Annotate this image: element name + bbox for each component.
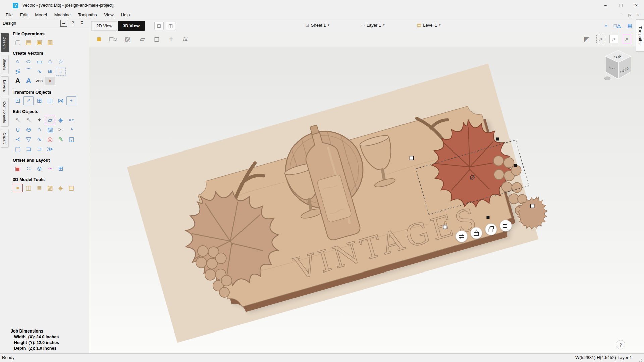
array-copy-icon[interactable]: ∷ xyxy=(23,164,34,173)
mdi-minimize-icon[interactable]: − xyxy=(617,11,625,19)
fillet-corner-icon[interactable]: ▢ xyxy=(13,145,23,154)
set-size-icon[interactable]: ↗ xyxy=(23,96,34,105)
shape-height-button[interactable] xyxy=(485,224,497,235)
mdi-restore-icon[interactable]: ◳ xyxy=(626,11,633,19)
trim-scissors-icon[interactable]: ✂ xyxy=(56,125,66,134)
3d-scene[interactable]: VINTAGES xyxy=(89,47,644,353)
insert-node-icon[interactable]: ▽ xyxy=(23,135,34,144)
dimension-xy-icon[interactable]: X Y xyxy=(66,116,76,124)
draw-polyline-icon[interactable]: ≶ xyxy=(13,67,23,76)
selection-handle[interactable] xyxy=(443,225,447,229)
hatch-fill-icon[interactable]: ▨ xyxy=(45,125,55,134)
distort-icon[interactable]: ⋈ xyxy=(56,96,66,105)
pin-panel-icon[interactable]: ↧ xyxy=(78,20,85,26)
tab-layers[interactable]: Layers xyxy=(1,76,9,96)
copy-along-curve-icon[interactable]: ∽ xyxy=(45,164,55,173)
zoom-box-icon[interactable]: ⌕ xyxy=(596,35,605,43)
circular-copy-icon[interactable]: ⊚ xyxy=(34,164,44,173)
draw-arc-icon[interactable]: ⌒ xyxy=(23,67,34,76)
text-on-curve-icon[interactable]: ABC xyxy=(34,77,44,85)
material-surface-icon[interactable]: ▱ xyxy=(137,34,148,44)
snap-vectors-icon[interactable]: □△ xyxy=(612,21,622,30)
layer-selector[interactable]: ▱Layer 1▾ xyxy=(361,22,385,28)
offset-vectors-icon[interactable]: ▣ xyxy=(13,164,23,173)
tab-3d-view[interactable]: 3D View xyxy=(118,21,145,31)
join-close-vectors-icon[interactable]: ◔ xyxy=(66,125,76,134)
minimize-icon[interactable]: − xyxy=(598,0,613,11)
draw-ellipse-icon[interactable]: ○ xyxy=(21,57,36,66)
selection-handle[interactable] xyxy=(496,138,499,141)
help-button[interactable]: ? xyxy=(616,340,625,349)
panel-help-icon[interactable]: ? xyxy=(70,20,76,26)
fillet-arc-icon[interactable]: ⊃ xyxy=(34,145,44,154)
quick-text-ic[interactable]: A xyxy=(23,77,34,85)
align-objects-icon[interactable]: ⊞ xyxy=(34,96,44,105)
carving-board[interactable]: VINTAGES xyxy=(127,57,562,343)
zero-plane-icon[interactable]: ■ xyxy=(13,184,23,192)
sheet-selector[interactable]: ⊡Sheet 1▾ xyxy=(305,22,329,28)
shaded-view-icon[interactable]: ◩ xyxy=(581,34,592,44)
selection-handle[interactable] xyxy=(514,164,517,167)
zoom-drawing-icon[interactable]: ⌕ xyxy=(609,35,618,43)
node-edit-icon[interactable]: ↖ xyxy=(23,116,34,124)
wireframe-box-icon[interactable]: ◻ xyxy=(151,34,162,44)
scale-height-button[interactable] xyxy=(500,220,512,231)
fillet-open-icon[interactable]: ⊐ xyxy=(23,145,34,154)
freehand-sketch-icon[interactable]: ≋ xyxy=(45,67,55,76)
sharpen-corner-icon[interactable]: ≺ xyxy=(13,135,23,144)
tab-clipart[interactable]: Clipart xyxy=(1,129,9,147)
move-selection-icon[interactable]: ⊡ xyxy=(13,96,23,105)
toolpaths-tab[interactable]: Toolpaths xyxy=(636,19,644,52)
origin-axes-icon[interactable]: + xyxy=(166,34,176,44)
edit-picture-icon[interactable]: ✎ xyxy=(56,135,66,144)
mdi-close-icon[interactable]: × xyxy=(635,11,642,19)
snap-grid-icon[interactable]: ▦ xyxy=(625,21,634,30)
import-component-icon[interactable]: ▤ xyxy=(66,184,76,192)
crop-bitmap-icon[interactable]: ◱ xyxy=(66,135,76,144)
selection-handle[interactable] xyxy=(487,216,490,219)
collapse-panel-icon[interactable]: ⇥ xyxy=(60,20,67,27)
view-cube[interactable]: TOP LEFT FRONT xyxy=(604,50,631,80)
mirror-icon[interactable]: ◫ xyxy=(45,96,55,105)
menu-model[interactable]: Model xyxy=(31,11,50,19)
draw-curve-icon[interactable]: ∿ xyxy=(34,67,44,76)
3d-viewport[interactable]: VINTAGES xyxy=(89,47,644,353)
menu-edit[interactable]: Edit xyxy=(16,11,31,19)
box-select-icon[interactable]: ▱ xyxy=(45,116,55,124)
vector-visibility-icon[interactable]: □○ xyxy=(108,34,119,44)
tab-2d-view[interactable]: 2D View xyxy=(91,21,117,31)
menu-machine[interactable]: Machine xyxy=(51,11,74,19)
intersect-vectors-icon[interactable]: ∩ xyxy=(34,125,44,134)
menu-help[interactable]: Help xyxy=(117,11,134,19)
maximize-icon[interactable]: □ xyxy=(613,0,629,11)
fit-curves-icon[interactable]: ∿ xyxy=(34,135,44,144)
draw-text-icon[interactable]: A xyxy=(13,77,23,85)
material-block-icon[interactable]: ■ xyxy=(94,34,104,44)
split-horizontal-icon[interactable]: ⊟ xyxy=(154,22,164,30)
tab-design[interactable]: Design xyxy=(1,33,9,52)
level-selector[interactable]: ▤Level 1▾ xyxy=(417,22,441,28)
set-height-button[interactable] xyxy=(471,227,482,239)
nesting-icon[interactable]: ⊞ xyxy=(56,164,66,173)
close-icon[interactable]: × xyxy=(629,0,644,11)
position-size-icon[interactable]: ⌖ xyxy=(66,96,76,105)
snap-geometry-icon[interactable]: ⌖ xyxy=(601,21,611,30)
zoom-selection-icon[interactable]: ⌕ xyxy=(623,35,631,43)
import-image-icon[interactable]: ▣ xyxy=(34,38,44,47)
selection-handle[interactable] xyxy=(531,204,534,208)
interactive-move-icon[interactable]: ⌖ xyxy=(34,116,44,124)
subtract-vectors-icon[interactable]: ⊖ xyxy=(23,125,34,134)
tab-components[interactable]: Components xyxy=(1,98,9,127)
selection-handle[interactable] xyxy=(410,156,414,160)
slice-model-icon[interactable]: ◫ xyxy=(23,184,34,192)
menu-view[interactable]: View xyxy=(101,11,117,19)
fillet-chevron-icon[interactable]: ≫ xyxy=(45,145,55,154)
bitmap-visibility-icon[interactable]: ▨ xyxy=(122,34,133,44)
split-vertical-icon[interactable]: ◫ xyxy=(166,22,175,30)
trace-bitmap-icon[interactable]: ◗ xyxy=(45,77,55,85)
select-icon[interactable]: ↖ xyxy=(13,116,23,124)
menu-file[interactable]: File xyxy=(2,11,16,19)
measure-icon[interactable]: ◈ xyxy=(56,116,66,124)
toolpath-visibility-icon[interactable]: ≋ xyxy=(180,34,191,44)
carve-texture-icon[interactable]: ▨ xyxy=(45,184,55,192)
